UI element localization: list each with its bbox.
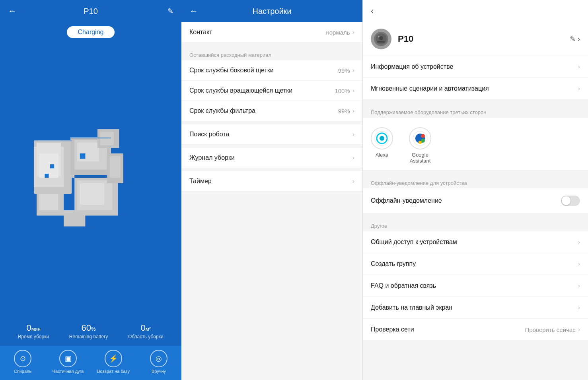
- arc-icon: ▣: [59, 350, 77, 367]
- side-brush-value: 99%: [338, 67, 350, 74]
- map-canvas: [23, 113, 158, 248]
- device-scenarios-chevron: ›: [578, 85, 580, 92]
- svg-point-31: [380, 136, 384, 141]
- stat-time-label: Время уборки: [18, 334, 49, 339]
- svg-point-36: [419, 141, 422, 144]
- homescreen-label: Добавить на главный экран: [371, 304, 578, 311]
- device-item-group[interactable]: Создать группу ›: [363, 253, 588, 275]
- svg-rect-11: [45, 174, 49, 178]
- divider-offline: [363, 171, 588, 174]
- device-item-network[interactable]: Проверка сети Проверить сейчас ›: [363, 319, 588, 341]
- toggle-knob: [562, 196, 570, 205]
- stat-battery: 60% Remaining battery: [69, 323, 108, 339]
- nav-spiral[interactable]: ⊙ Спираль: [0, 350, 45, 374]
- nav-arc-label: Частичная дуга: [53, 369, 84, 374]
- third-party-section: Alexa GoogleAssistant: [363, 118, 588, 171]
- stat-battery-value: 60%: [81, 323, 95, 333]
- device-back-icon[interactable]: ‹: [371, 6, 374, 16]
- svg-rect-14: [80, 183, 104, 205]
- network-chevron: ›: [578, 326, 580, 333]
- svg-rect-20: [100, 132, 114, 145]
- settings-item-contact[interactable]: Контакт нормаль ›: [181, 22, 362, 43]
- settings-content: Контакт нормаль › Оставшийся расходный м…: [181, 22, 362, 380]
- svg-rect-9: [80, 153, 86, 159]
- settings-item-find-robot[interactable]: Поиск робота ›: [181, 124, 362, 145]
- offline-section-label: Оффлайн-уведомление для устройства: [363, 174, 588, 188]
- device-name: P10: [398, 34, 570, 44]
- nav-return[interactable]: ⚡ Возврат на базу: [91, 350, 136, 374]
- svg-rect-22: [34, 140, 72, 141]
- google-assistant-icon: [409, 127, 431, 149]
- alexa-icon: [371, 127, 393, 149]
- settings-item-timer[interactable]: Таймер ›: [181, 171, 362, 192]
- offline-label: Оффлайн-уведомление: [371, 197, 561, 204]
- device-avatar: [371, 29, 391, 49]
- divider-tp: [363, 100, 588, 103]
- settings-back-icon[interactable]: ←: [189, 6, 198, 16]
- device-item-offline: Оффлайн-уведомление: [363, 188, 588, 213]
- alexa-label: Alexa: [376, 152, 389, 158]
- device-item-homescreen[interactable]: Добавить на главный экран ›: [363, 297, 588, 319]
- settings-item-filter[interactable]: Срок службы фильтра 99% ›: [181, 101, 362, 121]
- share-label: Общий доступ к устройствам: [371, 238, 578, 246]
- device-edit-icon[interactable]: ✎ ›: [570, 35, 580, 43]
- timer-label: Таймер: [189, 178, 352, 185]
- network-label: Проверка сети: [371, 326, 525, 333]
- svg-rect-16: [39, 194, 58, 210]
- third-party-label: Поддерживаемое оборудование третьих стор…: [363, 103, 588, 118]
- group-label: Создать группу: [371, 260, 578, 268]
- third-party-google[interactable]: GoogleAssistant: [409, 127, 431, 164]
- device-item-faq[interactable]: FAQ и обратная связь ›: [363, 275, 588, 297]
- side-brush-chevron: ›: [352, 67, 354, 74]
- group-chevron: ›: [578, 260, 580, 268]
- third-party-alexa[interactable]: Alexa: [371, 127, 393, 164]
- stat-battery-label: Remaining battery: [69, 334, 108, 339]
- divider-2: [181, 121, 362, 124]
- consumables-section-label: Оставшийся расходный материал: [181, 46, 362, 60]
- contact-label: Контакт: [189, 29, 326, 36]
- nav-arc[interactable]: ▣ Частичная дуга: [45, 350, 91, 374]
- device-header: ‹: [363, 0, 588, 22]
- charging-badge-container: Charging: [0, 26, 181, 38]
- faq-chevron: ›: [578, 282, 580, 289]
- offline-toggle[interactable]: [561, 196, 580, 206]
- map-edit-icon[interactable]: ✎: [167, 7, 173, 16]
- filter-label: Срок службы фильтра: [189, 107, 338, 114]
- side-brush-label: Срок службы боковой щетки: [189, 67, 338, 74]
- stat-time-value: 0мин: [26, 323, 41, 333]
- panel-device: ‹ P10 ✎ › Информация об устройстве › Мгн…: [363, 0, 588, 380]
- nav-manual[interactable]: ◎ Вручну: [136, 350, 181, 374]
- svg-point-27: [378, 36, 380, 37]
- share-chevron: ›: [578, 238, 580, 246]
- svg-rect-18: [110, 156, 121, 178]
- map-area[interactable]: [0, 45, 181, 316]
- svg-rect-28: [377, 41, 385, 43]
- nav-manual-label: Вручну: [152, 369, 166, 374]
- contact-value: нормаль: [326, 29, 350, 36]
- settings-item-cleaning-log[interactable]: Журнал уборки ›: [181, 148, 362, 168]
- map-header: ← P10 ✎: [0, 0, 181, 22]
- map-back-icon[interactable]: ←: [8, 6, 17, 16]
- device-item-scenarios[interactable]: Мгновенные сценарии и автоматизация ›: [363, 78, 588, 100]
- settings-item-main-brush[interactable]: Срок службы вращающейся щетки 100% ›: [181, 81, 362, 101]
- google-label: GoogleAssistant: [410, 152, 431, 164]
- stat-area-value: 0м²: [140, 323, 151, 333]
- faq-label: FAQ и обратная связь: [371, 282, 578, 289]
- filter-value: 99%: [338, 108, 350, 114]
- divider-other: [363, 213, 588, 217]
- device-scenarios-label: Мгновенные сценарии и автоматизация: [371, 85, 578, 92]
- bottom-nav: ⊙ Спираль ▣ Частичная дуга ⚡ Возврат на …: [0, 346, 181, 380]
- nav-return-label: Возврат на базу: [97, 369, 130, 374]
- device-item-share[interactable]: Общий доступ к устройствам ›: [363, 231, 588, 253]
- stat-area: 0м² Область уборки: [128, 323, 164, 339]
- svg-rect-23: [70, 137, 111, 138]
- svg-point-26: [379, 36, 383, 40]
- settings-item-side-brush[interactable]: Срок службы боковой щетки 99% ›: [181, 60, 362, 81]
- timer-chevron: ›: [352, 178, 354, 185]
- find-robot-chevron: ›: [352, 131, 354, 138]
- find-robot-label: Поиск робота: [189, 131, 352, 138]
- device-item-info[interactable]: Информация об устройстве ›: [363, 56, 588, 78]
- map-svg: [23, 113, 158, 248]
- charging-badge-text: Charging: [67, 26, 115, 38]
- filter-chevron: ›: [352, 107, 354, 114]
